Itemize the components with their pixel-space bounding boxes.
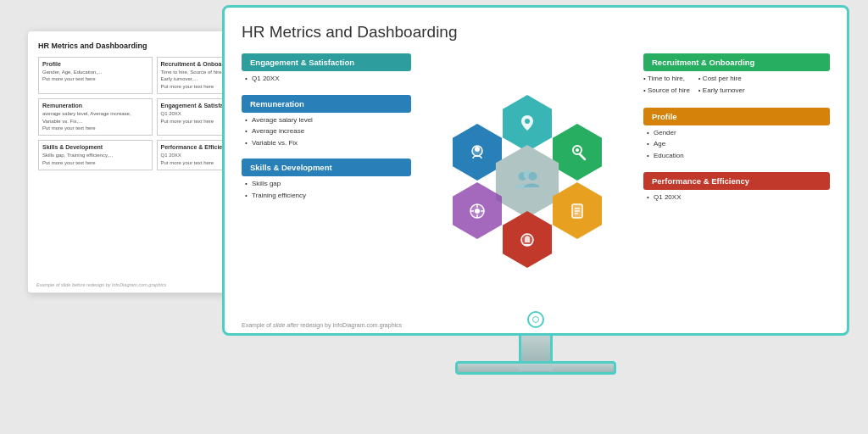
- recruitment-col1: • Time to hire, • Source of hire: [643, 73, 690, 97]
- monitor-base: [455, 361, 616, 375]
- hex-diagram: [442, 88, 612, 275]
- hex-top-left: [453, 124, 502, 181]
- before-box-profile-title: Profile: [42, 61, 148, 67]
- footer-slide-text: slide after: [273, 322, 298, 328]
- slide-after-footer: Example of slide after redesign by InfoD…: [242, 322, 402, 328]
- svg-point-8: [576, 148, 579, 152]
- engagement-bullet-1: Q1 20XX: [245, 73, 411, 85]
- svg-point-20: [475, 209, 480, 214]
- performance-section: Performance & Efficiency Q1 20XX: [643, 172, 830, 203]
- engagement-label: Engagement & Satisfaction: [242, 53, 411, 71]
- monitor-wrapper: HR Metrics and Dashboarding Profile Gend…: [19, 5, 849, 429]
- remuneration-section: Remuneration Average salary level Averag…: [242, 95, 411, 149]
- profile-bullet-2: Age: [647, 138, 830, 150]
- svg-point-6: [525, 119, 530, 124]
- before-box-skills-title: Skills & Development: [42, 144, 148, 150]
- hex-bottom: [503, 211, 552, 268]
- profile-bullets: Gender Age Education: [643, 127, 830, 162]
- engagement-bullets: Q1 20XX: [242, 73, 411, 85]
- remuneration-bullet-3: Variable vs. Fix: [245, 137, 411, 149]
- before-box-profile: Profile Gender, Age, Education,...Put mo…: [38, 57, 153, 94]
- before-box-remuneration-title: Remuneration: [42, 103, 148, 108]
- performance-bullet-1: Q1 20XX: [647, 192, 830, 203]
- remuneration-bullet-2: Average increase: [245, 125, 411, 137]
- remuneration-bullets: Average salary level Average increase Va…: [242, 114, 411, 149]
- skills-bullet-2: Training efficiency: [245, 190, 411, 202]
- svg-point-14: [528, 172, 537, 181]
- before-box-remuneration: Remuneration average salary level, Avera…: [38, 98, 153, 136]
- monitor-main: HR Metrics and Dashboarding Engagement &…: [222, 5, 849, 378]
- hex-bottom-right: [553, 182, 602, 239]
- monitor-inner-button: [527, 311, 544, 328]
- content-layout: Engagement & Satisfaction Q1 20XX Remune…: [242, 53, 830, 309]
- hex-top-right: [553, 124, 602, 181]
- skills-label: Skills & Development: [242, 159, 411, 176]
- hex-center: [496, 145, 559, 218]
- left-panel: Engagement & Satisfaction Q1 20XX Remune…: [242, 53, 411, 309]
- recruitment-label: Recruitment & Onboarding: [643, 53, 830, 71]
- remuneration-label: Remuneration: [242, 95, 411, 113]
- center-hex-panel: [420, 53, 635, 309]
- profile-label: Profile: [643, 108, 830, 125]
- slide-content: HR Metrics and Dashboarding Engagement &…: [225, 8, 847, 333]
- performance-label: Performance & Efficiency: [643, 172, 830, 190]
- monitor-screen: HR Metrics and Dashboarding Engagement &…: [222, 5, 849, 336]
- recruitment-section: Recruitment & Onboarding • Time to hire,…: [643, 53, 830, 97]
- slide-after-title: HR Metrics and Dashboarding: [242, 23, 830, 42]
- profile-section: Profile Gender Age Education: [643, 108, 830, 162]
- svg-point-11: [475, 147, 480, 152]
- engagement-section: Engagement & Satisfaction Q1 20XX: [242, 53, 411, 85]
- slide-before-footer: Example of slide before redesign by Info…: [36, 282, 166, 287]
- recruitment-col2: • Cost per hire • Early turnover: [698, 73, 745, 97]
- monitor-stand: [222, 336, 849, 375]
- recruitment-bullets: • Time to hire, • Source of hire • Cost …: [643, 73, 830, 97]
- remuneration-bullet-1: Average salary level: [245, 114, 411, 126]
- profile-bullet-3: Education: [647, 150, 830, 162]
- performance-bullets: Q1 20XX: [643, 192, 830, 203]
- svg-line-9: [580, 154, 585, 159]
- skills-bullet-1: Skills gap: [245, 178, 411, 190]
- before-box-profile-text: Gender, Age, Education,...Put more your …: [42, 69, 148, 83]
- before-box-skills-text: Skills gap, Training efficiency,...Put m…: [42, 152, 148, 166]
- monitor-base-detail: [519, 365, 553, 370]
- profile-bullet-1: Gender: [647, 127, 830, 139]
- skills-section: Skills & Development Skills gap Training…: [242, 159, 411, 201]
- before-box-remuneration-text: average salary level, Average increase, …: [42, 110, 148, 131]
- hex-top: [503, 95, 552, 152]
- skills-bullets: Skills gap Training efficiency: [242, 178, 411, 201]
- right-panel: Recruitment & Onboarding • Time to hire,…: [643, 53, 830, 309]
- monitor-neck: [519, 336, 553, 361]
- hex-bottom-left: [453, 182, 502, 239]
- before-box-skills: Skills & Development Skills gap, Trainin…: [38, 140, 153, 170]
